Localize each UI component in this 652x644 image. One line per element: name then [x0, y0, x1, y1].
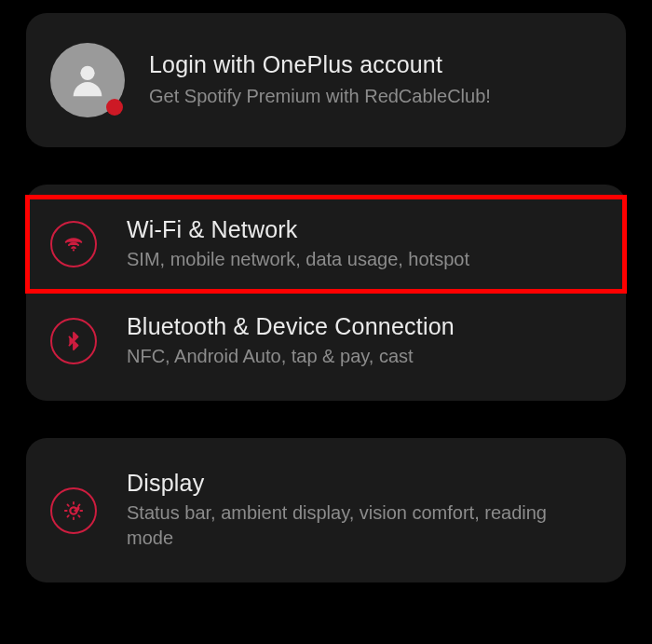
person-icon: [66, 59, 109, 102]
wifi-title: Wi-Fi & Network: [127, 216, 469, 243]
brightness-icon: [50, 487, 97, 534]
wifi-icon: [50, 221, 97, 267]
settings-row-wifi[interactable]: Wi-Fi & Network SIM, mobile network, dat…: [26, 196, 626, 293]
settings-row-bluetooth[interactable]: Bluetooth & Device Connection NFC, Andro…: [26, 293, 626, 390]
display-text: Display Status bar, ambient display, vis…: [127, 470, 596, 551]
svg-line-6: [67, 504, 68, 505]
bluetooth-subtitle: NFC, Android Auto, tap & pay, cast: [127, 344, 455, 369]
svg-point-0: [80, 66, 94, 80]
svg-line-7: [78, 515, 79, 516]
display-subtitle: Status bar, ambient display, vision comf…: [127, 500, 596, 551]
svg-line-11: [78, 504, 79, 505]
login-text: Login with OnePlus account Get Spotify P…: [149, 51, 491, 109]
avatar: [50, 43, 125, 117]
settings-group-display: Display Status bar, ambient display, vis…: [26, 438, 626, 582]
wifi-text: Wi-Fi & Network SIM, mobile network, dat…: [127, 216, 469, 272]
wifi-subtitle: SIM, mobile network, data usage, hotspot: [127, 247, 469, 272]
settings-group-connectivity: Wi-Fi & Network SIM, mobile network, dat…: [26, 185, 626, 401]
settings-row-display[interactable]: Display Status bar, ambient display, vis…: [26, 449, 626, 571]
bluetooth-icon: [50, 318, 97, 364]
notification-dot: [106, 99, 123, 116]
svg-point-1: [73, 249, 75, 251]
svg-line-10: [67, 515, 68, 516]
bluetooth-text: Bluetooth & Device Connection NFC, Andro…: [127, 313, 455, 369]
display-title: Display: [127, 470, 596, 497]
login-subtitle: Get Spotify Premium with RedCableClub!: [149, 84, 491, 109]
login-title: Login with OnePlus account: [149, 51, 491, 78]
bluetooth-title: Bluetooth & Device Connection: [127, 313, 455, 340]
login-card[interactable]: Login with OnePlus account Get Spotify P…: [26, 13, 626, 147]
